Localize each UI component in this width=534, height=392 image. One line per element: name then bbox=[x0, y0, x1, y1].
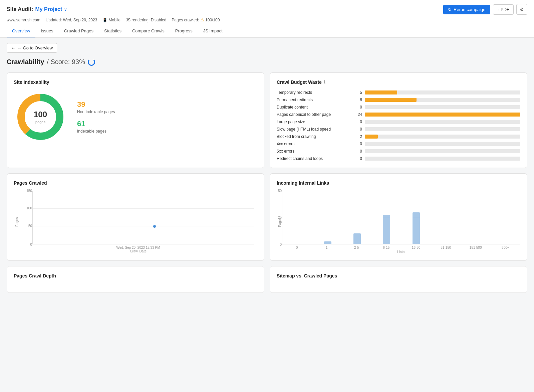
crawl-bar-container bbox=[365, 127, 520, 131]
updated-date: Updated: Wed, Sep 20, 2023 bbox=[46, 18, 97, 22]
chevron-down-icon[interactable]: ∨ bbox=[64, 7, 67, 12]
pdf-button[interactable]: ↑ PDF bbox=[493, 4, 514, 15]
mobile-icon: 📱 bbox=[102, 18, 107, 22]
crawl-row-name: Pages canonical to other page bbox=[277, 112, 350, 117]
tab-compare-crawls[interactable]: Compare Crawls bbox=[127, 25, 170, 37]
crawl-row-count: 24 bbox=[353, 112, 362, 117]
title-area: Site Audit: My Project ∨ bbox=[7, 6, 67, 12]
site-url: www.semrush.com bbox=[7, 18, 40, 22]
indexability-content: 100 pages 39 Non-indexable pages 61 Inde… bbox=[14, 90, 257, 144]
main-content: ← ← Go to Overview Crawlability / Score:… bbox=[0, 38, 534, 298]
crawl-bar-container bbox=[365, 149, 520, 153]
crawl-budget-row: 5xx errors 0 bbox=[277, 149, 520, 154]
crawl-date-label: Wed, Sep 20, 2023 12:33 PM bbox=[19, 246, 257, 249]
crawl-data-point bbox=[153, 225, 156, 228]
crawl-row-name: 4xx errors bbox=[277, 142, 350, 146]
crawl-budget-row: Blocked from crawling 2 bbox=[277, 134, 520, 139]
crawl-bar-fill bbox=[365, 135, 378, 139]
tab-statistics[interactable]: Statistics bbox=[99, 25, 127, 37]
pages-crawled: Pages crawled: ⚠ 100/100 bbox=[172, 17, 220, 22]
crawl-budget-row: Slow page (HTML) load speed 0 bbox=[277, 127, 520, 132]
tab-js-impact[interactable]: JS Impact bbox=[198, 25, 228, 37]
info-icon[interactable]: ℹ bbox=[324, 80, 325, 84]
crawl-budget-row: Redirect chains and loops 0 bbox=[277, 156, 520, 161]
tab-issues[interactable]: Issues bbox=[35, 25, 59, 37]
crawl-bar-container bbox=[365, 135, 520, 139]
pages-crawl-depth-title: Pages Crawl Depth bbox=[14, 273, 257, 278]
tab-crawled-pages[interactable]: Crawled Pages bbox=[59, 25, 99, 37]
indexability-stats: 39 Non-indexable pages 61 Indexable page… bbox=[77, 100, 115, 134]
tab-overview[interactable]: Overview bbox=[7, 25, 35, 37]
crawl-row-name: Redirect chains and loops bbox=[277, 156, 350, 161]
warning-icon: ⚠ bbox=[200, 17, 204, 22]
crawl-bar-container bbox=[365, 90, 520, 94]
crawl-bar-fill bbox=[365, 113, 520, 117]
js-rendering: JS rendering: Disabled bbox=[126, 18, 166, 22]
gear-icon: ⚙ bbox=[520, 7, 524, 12]
pages-crawled-chart-area: 150 100 50 0 bbox=[32, 191, 254, 244]
settings-button[interactable]: ⚙ bbox=[516, 4, 527, 15]
crawl-budget-row: Large page size 0 bbox=[277, 120, 520, 124]
meta-row: www.semrush.com Updated: Wed, Sep 20, 20… bbox=[7, 17, 527, 25]
crawl-bar-container bbox=[365, 142, 520, 146]
crawl-row-count: 0 bbox=[353, 105, 362, 110]
project-name[interactable]: My Project bbox=[35, 6, 62, 12]
donut-center: 100 pages bbox=[34, 110, 47, 124]
top-bar: Site Audit: My Project ∨ ↻ Rerun campaig… bbox=[0, 0, 534, 38]
crawl-x-axis-label: Crawl Date bbox=[19, 249, 257, 253]
crawl-budget-row: Permanent redirects 8 bbox=[277, 97, 520, 102]
crawl-budget-title: Crawl Budget Waste ℹ bbox=[277, 79, 520, 85]
crawl-row-count: 0 bbox=[353, 120, 362, 124]
refresh-icon[interactable] bbox=[88, 58, 95, 66]
crawl-row-name: Temporary redirects bbox=[277, 90, 350, 95]
crawl-row-count: 0 bbox=[353, 149, 362, 154]
crawl-row-count: 0 bbox=[353, 156, 362, 161]
top-bar-header: Site Audit: My Project ∨ ↻ Rerun campaig… bbox=[7, 4, 527, 15]
crawl-budget-card: Crawl Budget Waste ℹ Temporary redirects… bbox=[270, 72, 527, 168]
sitemap-vs-crawled-card: Sitemap vs. Crawled Pages bbox=[270, 266, 527, 293]
crawl-budget-row: Duplicate content 0 bbox=[277, 105, 520, 110]
crawl-bar-fill bbox=[365, 90, 397, 94]
indexable-label: Indexable pages bbox=[77, 129, 115, 134]
crawl-bar-container bbox=[365, 157, 520, 161]
top-actions: ↻ Rerun campaign ↑ PDF ⚙ bbox=[443, 4, 527, 15]
crawl-row-name: Slow page (HTML) load speed bbox=[277, 127, 350, 132]
indexable-stat: 61 Indexable pages bbox=[77, 120, 115, 134]
crawl-budget-rows: Temporary redirects 5 Permanent redirect… bbox=[277, 90, 520, 161]
pages-crawled-y-label: Pages bbox=[14, 191, 19, 253]
non-indexable-label: Non-indexable pages bbox=[77, 110, 115, 114]
incoming-links-chart-area: 50 25 0 bbox=[282, 191, 520, 244]
second-cards-row: Pages Crawled Pages 150 100 bbox=[7, 173, 527, 261]
crawl-row-count: 8 bbox=[353, 97, 362, 102]
back-button-label: ← Go to Overview bbox=[17, 45, 53, 50]
incoming-links-title: Incoming Internal Links bbox=[277, 180, 520, 186]
crawl-bar-fill bbox=[365, 98, 417, 102]
crawl-row-name: Duplicate content bbox=[277, 105, 350, 110]
crawl-budget-row: Pages canonical to other page 24 bbox=[277, 112, 520, 117]
tab-progress[interactable]: Progress bbox=[170, 25, 198, 37]
crawl-row-name: Large page size bbox=[277, 120, 350, 124]
donut-chart: 100 pages bbox=[14, 90, 67, 144]
page-title: Crawlability / Score: 93% bbox=[7, 58, 527, 66]
crawl-row-name: Permanent redirects bbox=[277, 97, 350, 102]
rerun-button[interactable]: ↻ Rerun campaign bbox=[443, 5, 490, 14]
crawl-bar-container bbox=[365, 113, 520, 117]
crawl-row-count: 5 bbox=[353, 90, 362, 95]
crawl-budget-row: 4xx errors 0 bbox=[277, 142, 520, 146]
crawl-bar-container bbox=[365, 98, 520, 102]
crawl-bar-container bbox=[365, 120, 520, 124]
sitemap-vs-crawled-title: Sitemap vs. Crawled Pages bbox=[277, 273, 520, 278]
back-arrow-icon: ← bbox=[11, 45, 15, 50]
pdf-label: PDF bbox=[501, 7, 509, 12]
donut-label: pages bbox=[34, 120, 47, 124]
crawl-row-count: 0 bbox=[353, 142, 362, 146]
back-to-overview-button[interactable]: ← ← Go to Overview bbox=[7, 43, 57, 53]
crawl-row-count: 0 bbox=[353, 127, 362, 132]
crawl-budget-row: Temporary redirects 5 bbox=[277, 90, 520, 95]
site-indexability-card: Site Indexability 100 pages bbox=[7, 72, 264, 168]
site-audit-label: Site Audit: bbox=[7, 6, 33, 12]
bar-x-labels: 0 1 2-5 6-15 16-50 51-150 151-500 500+ bbox=[282, 246, 520, 249]
pages-crawl-depth-card: Pages Crawl Depth bbox=[7, 266, 264, 293]
device-info: 📱 Mobile bbox=[102, 18, 120, 22]
incoming-links-x-axis-label: Links bbox=[282, 250, 520, 254]
